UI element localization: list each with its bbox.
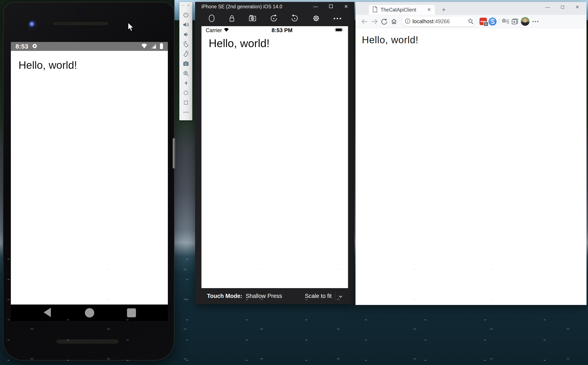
browser-window: TheCatApiClient ✕ + — ✕ (356, 2, 587, 305)
ios-title-bar: iPhone SE (2nd generation) iOS 14.0 — ✕ (195, 2, 354, 11)
mouse-cursor (128, 22, 135, 33)
browser-toolbar: localhost:49266 ••• 1 (356, 15, 587, 28)
wifi-icon (141, 43, 148, 49)
ios-status-bar: Carrier 8:53 PM (202, 26, 348, 34)
favorites-bar-icon[interactable] (501, 17, 510, 26)
home-icon[interactable] (207, 14, 216, 24)
screenshot-camera-icon[interactable] (248, 14, 257, 24)
ios-screen[interactable]: Carrier 8:53 PM Hello, world! (202, 26, 348, 288)
add-favorite-star-icon[interactable] (467, 18, 474, 25)
chevron-down-icon[interactable] (339, 293, 343, 299)
settings-more-icon[interactable] (531, 17, 540, 26)
front-camera (28, 20, 37, 30)
browser-minimize-button[interactable]: — (544, 4, 551, 10)
tab-close-icon[interactable]: ✕ (426, 7, 432, 13)
rotate-right-icon[interactable] (182, 50, 189, 57)
rotate-left-icon[interactable] (182, 41, 189, 48)
settings-gear-icon[interactable] (311, 14, 321, 24)
lock-icon[interactable] (228, 14, 236, 24)
emulator-toolbar: – × (179, 2, 192, 120)
battery-icon (160, 43, 163, 50)
toolbar-divider (499, 18, 499, 25)
wifi-icon (223, 28, 229, 33)
phone-sensor-area (75, 8, 86, 14)
battery-icon (335, 28, 344, 33)
home-circle-icon[interactable] (85, 308, 94, 317)
profile-avatar[interactable] (521, 17, 529, 26)
overview-icon[interactable] (182, 99, 189, 106)
android-status-bar: 8:53 (11, 42, 168, 51)
home-icon[interactable] (389, 17, 399, 26)
url-host: localhost (412, 18, 433, 24)
tab-title: TheCatApiClient (381, 7, 426, 13)
ios-window-title: iPhone SE (2nd generation) iOS 14.0 (202, 4, 312, 10)
earpiece-speaker (52, 21, 109, 26)
emulator-close-button[interactable]: × (187, 3, 189, 9)
android-hello-text: Hello, world! (19, 59, 77, 71)
ios-hello-text: Hello, world! (209, 37, 270, 50)
address-bar[interactable]: localhost:49266 (402, 17, 475, 26)
site-info-icon[interactable] (405, 18, 410, 25)
forward-icon[interactable] (370, 17, 379, 26)
extension-blue-icon[interactable] (488, 17, 497, 26)
back-icon[interactable] (360, 17, 370, 26)
browser-hello-text: Hello, world! (362, 34, 419, 46)
collections-icon[interactable] (510, 17, 520, 26)
touch-mode-value: Shallow Press (246, 293, 282, 299)
android-status-time: 8:53 (15, 43, 28, 50)
android-nav-bar (11, 304, 168, 321)
android-app-content[interactable]: Hello, world! (11, 51, 168, 304)
more-icon[interactable] (333, 17, 342, 21)
ios-close-button[interactable]: ✕ (343, 4, 349, 9)
power-icon[interactable] (182, 12, 189, 19)
browser-tab[interactable]: TheCatApiClient ✕ (369, 5, 435, 15)
back-triangle-icon[interactable] (43, 307, 52, 318)
ios-simulator-window: iPhone SE (2nd generation) iOS 14.0 — ✕ (195, 2, 354, 304)
back-icon[interactable] (182, 80, 189, 86)
home-icon[interactable] (182, 90, 189, 96)
browser-close-button[interactable]: ✕ (574, 4, 581, 10)
browser-maximize-button[interactable] (559, 4, 566, 10)
scale-mode-dropdown[interactable]: Scale to fit (305, 293, 332, 299)
cell-signal-icon (151, 43, 156, 49)
emulator-minimize-button[interactable]: – (182, 3, 184, 9)
ios-minimize-button[interactable]: — (312, 4, 319, 9)
extension-red-icon[interactable]: ••• 1 (479, 17, 488, 26)
volume-down-icon[interactable] (182, 31, 189, 38)
ios-maximize-button[interactable] (328, 4, 334, 9)
touch-mode-label: Touch Mode: (207, 293, 242, 299)
carrier-label: Carrier (206, 27, 222, 33)
android-screen[interactable]: 8:53 Hello, world! (11, 42, 168, 321)
desktop-wallpaper: 8:53 Hello, world! (0, 0, 588, 365)
browser-tab-strip: TheCatApiClient ✕ + — ✕ (356, 2, 587, 15)
settings-gear-icon (32, 43, 38, 50)
more-icon[interactable] (182, 109, 189, 116)
power-side-button (173, 138, 175, 168)
overview-square-icon[interactable] (127, 308, 136, 317)
android-emulator-device: 8:53 Hello, world! (3, 2, 175, 360)
page-favicon-icon (372, 6, 378, 13)
screenshot-camera-icon[interactable] (182, 60, 189, 67)
rotate-left-icon[interactable] (269, 14, 278, 24)
ios-status-time: 8:53 PM (229, 27, 335, 34)
ios-footer-bar: Touch Mode: Shallow Press Scale to fit (195, 288, 354, 304)
new-tab-button[interactable]: + (440, 6, 448, 14)
zoom-icon[interactable] (182, 70, 189, 77)
url-port: :49266 (433, 18, 450, 24)
ios-simulator-toolbar (195, 11, 354, 26)
footer-divider (335, 292, 335, 300)
rotate-right-icon[interactable] (290, 14, 299, 24)
refresh-icon[interactable] (379, 17, 389, 26)
url-text[interactable]: localhost:49266 (412, 18, 467, 24)
volume-up-icon[interactable] (182, 21, 189, 28)
bottom-speaker (56, 339, 119, 344)
browser-page-content[interactable]: Hello, world! (356, 28, 587, 305)
